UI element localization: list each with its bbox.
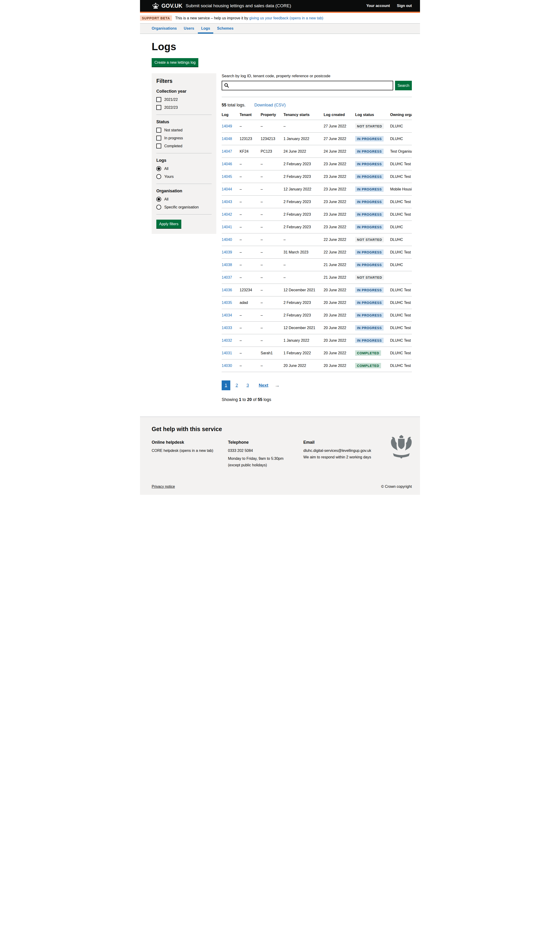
tenancy-starts-cell: – — [284, 271, 323, 284]
checkbox-completed[interactable]: Completed — [156, 143, 212, 148]
log-link[interactable]: 14049 — [222, 124, 232, 128]
log-status-cell: COMPLETED — [355, 347, 390, 359]
service-name-link[interactable]: Submit social housing lettings and sales… — [186, 3, 291, 8]
log-link[interactable]: 14032 — [222, 339, 232, 342]
log-link[interactable]: 14040 — [222, 238, 232, 241]
log-created-cell: 23 June 2022 — [323, 221, 355, 234]
govuk-logo-text: GOV.UK — [162, 3, 183, 9]
radio-icon[interactable] — [156, 205, 161, 210]
log-link[interactable]: 14046 — [222, 162, 232, 166]
tenant-cell: – — [240, 208, 261, 221]
logs-table-wrap: Log Tenant Property Tenancy starts Log c… — [222, 111, 412, 372]
radio-organisation-all[interactable]: All — [156, 197, 212, 201]
logs-table: Log Tenant Property Tenancy starts Log c… — [222, 111, 412, 372]
checkbox-icon[interactable] — [156, 97, 161, 102]
nav-item-logs[interactable]: Logs — [201, 24, 210, 34]
status-badge: COMPLETED — [355, 350, 381, 356]
footer: Get help with this service Online helpde… — [140, 417, 420, 495]
feedback-link[interactable]: giving us your feedback (opens in a new … — [249, 16, 323, 20]
tenant-cell: – — [240, 359, 261, 372]
email-link[interactable]: dluhc.digital-services@levellingup.gov.u… — [303, 449, 371, 453]
nav-item-schemes[interactable]: Schemes — [217, 24, 233, 34]
log-status-cell: IN PROGRESS — [355, 158, 390, 170]
log-created-cell: 20 June 2022 — [323, 347, 355, 359]
pagination-next-link[interactable]: Next — [256, 380, 272, 390]
property-cell: – — [261, 359, 284, 372]
log-link[interactable]: 14042 — [222, 212, 232, 216]
owning-org-cell — [390, 271, 412, 284]
status-badge: IN PROGRESS — [355, 287, 384, 293]
log-link[interactable]: 14037 — [222, 275, 232, 279]
apply-filters-button[interactable]: Apply filters — [156, 220, 181, 228]
nav-item-users[interactable]: Users — [184, 24, 194, 34]
checkbox-not-started[interactable]: Not started — [156, 128, 212, 133]
pagination-page-1-current[interactable]: 1 — [222, 380, 230, 390]
radio-icon[interactable] — [156, 174, 161, 179]
radio-icon-selected[interactable] — [156, 197, 161, 201]
checkbox-icon[interactable] — [156, 128, 161, 133]
checkbox-icon[interactable] — [156, 105, 161, 110]
checkbox-icon[interactable] — [156, 136, 161, 140]
nav-item-organisations[interactable]: Organisations — [152, 24, 177, 34]
owning-org-cell: DLUHC — [390, 120, 412, 133]
radio-logs-yours[interactable]: Yours — [156, 174, 212, 179]
log-id-cell: 14042 — [222, 208, 240, 221]
table-row: 14036123234–12 December 202120 June 2022… — [222, 284, 412, 296]
table-row: 1404812312312342131 January 202227 June … — [222, 133, 412, 145]
log-created-cell: 20 June 2022 — [323, 284, 355, 296]
radio-organisation-specific[interactable]: Specific organisation — [156, 205, 212, 210]
search-input[interactable] — [222, 81, 393, 90]
log-id-cell: 14034 — [222, 309, 240, 322]
create-lettings-log-button[interactable]: Create a new lettings log — [152, 58, 198, 67]
log-link[interactable]: 14033 — [222, 326, 232, 330]
log-link[interactable]: 14035 — [222, 301, 232, 305]
pagination-page-3[interactable]: 3 — [243, 380, 252, 390]
checkbox-2021-22[interactable]: 2021/22 — [156, 97, 212, 102]
log-status-cell: IN PROGRESS — [355, 334, 390, 347]
govuk-logo[interactable]: GOV.UK — [152, 3, 183, 9]
log-link[interactable]: 14038 — [222, 263, 232, 267]
tenant-cell: – — [240, 347, 261, 359]
log-link[interactable]: 14034 — [222, 313, 232, 317]
log-link[interactable]: 14031 — [222, 351, 232, 355]
privacy-notice-link[interactable]: Privacy notice — [152, 485, 175, 489]
property-cell: – — [261, 195, 284, 208]
sign-out-link[interactable]: Sign out — [397, 4, 412, 8]
royal-coat-of-arms — [390, 435, 413, 461]
property-cell: Sarah1 — [261, 347, 284, 359]
crown-copyright-link[interactable]: © Crown copyright — [381, 485, 412, 489]
property-cell: 1234213 — [261, 133, 284, 145]
core-helpdesk-link[interactable]: CORE helpdesk (opens in a new tab) — [152, 449, 213, 453]
table-row: 14039––31 March 202322 June 2022IN PROGR… — [222, 246, 412, 259]
radio-icon-selected[interactable] — [156, 166, 161, 171]
download-csv-link[interactable]: Download (CSV) — [254, 103, 285, 108]
log-created-cell: 21 June 2022 — [323, 271, 355, 284]
log-link[interactable]: 14036 — [222, 288, 232, 292]
tenancy-starts-cell: 12 December 2021 — [284, 284, 323, 296]
log-link[interactable]: 14041 — [222, 225, 232, 229]
log-link[interactable]: 14048 — [222, 137, 232, 141]
main-content: Logs Create a new lettings log Filters C… — [140, 41, 420, 406]
log-link[interactable]: 14045 — [222, 175, 232, 179]
pagination-page-2[interactable]: 2 — [233, 380, 241, 390]
checkbox-icon[interactable] — [156, 143, 161, 148]
tenancy-starts-cell: – — [284, 120, 323, 133]
log-link[interactable]: 14044 — [222, 187, 232, 191]
log-link[interactable]: 14030 — [222, 364, 232, 368]
table-row: 14030––20 June 202220 June 2022COMPLETED… — [222, 359, 412, 372]
checkbox-2022-23[interactable]: 2022/23 — [156, 105, 212, 110]
log-link[interactable]: 14047 — [222, 150, 232, 153]
log-id-cell: 14033 — [222, 322, 240, 334]
log-created-cell: 20 June 2022 — [323, 334, 355, 347]
log-link[interactable]: 14039 — [222, 250, 232, 254]
property-cell: – — [261, 322, 284, 334]
checkbox-in-progress[interactable]: In progress — [156, 136, 212, 140]
log-link[interactable]: 14043 — [222, 200, 232, 204]
your-account-link[interactable]: Your account — [366, 4, 390, 8]
tenancy-starts-cell: 31 March 2023 — [284, 246, 323, 259]
status-badge: IN PROGRESS — [355, 338, 384, 343]
table-row: 14047KF24PC12324 June 202224 June 2022IN… — [222, 145, 412, 158]
radio-logs-all[interactable]: All — [156, 166, 212, 171]
search-button[interactable]: Search — [395, 81, 412, 90]
status-badge: IN PROGRESS — [355, 149, 384, 154]
